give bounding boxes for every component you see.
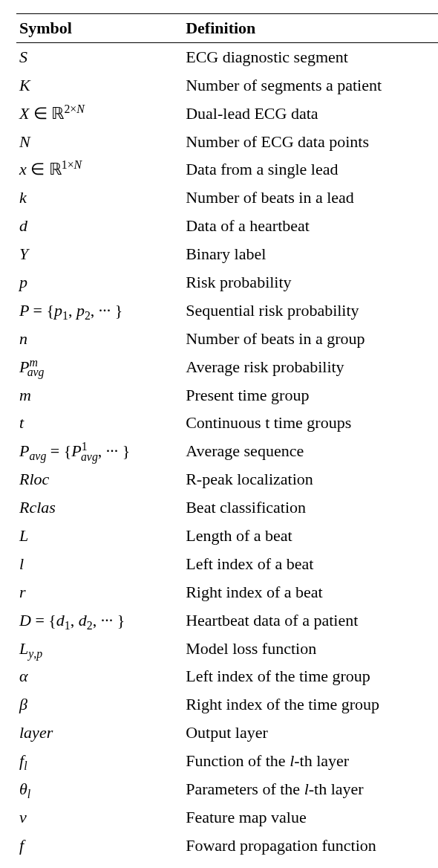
definition-cell: Risk probability (183, 268, 438, 297)
symbol-cell: k (16, 184, 183, 212)
table-row: kNumber of beats in a lead (16, 184, 438, 212)
definition-cell: Function of the l-th layer (183, 747, 438, 775)
header-symbol: Symbol (16, 14, 183, 43)
header-row: Symbol Definition (16, 14, 438, 43)
definition-cell: Foward propagation function (183, 832, 438, 860)
table-row: θlParameters of the l-th layer (16, 775, 438, 803)
symbol-cell: L (16, 522, 183, 550)
table-row: X ∈ ℝ2×NDual-lead ECG data (16, 100, 438, 128)
symbol-cell: Pmavg (16, 353, 183, 381)
definition-cell: Data from a single lead (183, 155, 438, 184)
table-row: Ly,pModel loss function (16, 635, 438, 663)
definition-cell: Parameters of the l-th layer (183, 775, 438, 803)
definition-cell: Left index of the time group (183, 662, 438, 690)
symbol-cell: K (16, 71, 183, 100)
table-row: SECG diagnostic segment (16, 42, 438, 71)
table-row: fFoward propagation function (16, 832, 438, 860)
table-row: NNumber of ECG data points (16, 128, 438, 156)
symbol-cell: x ∈ ℝ1×N (16, 155, 183, 184)
symbol-cell: Y (16, 240, 183, 268)
table-row: Pavg = {P1avg, ··· }Average sequence (16, 437, 438, 465)
definition-cell: Left index of a beat (183, 550, 438, 578)
table-row: nNumber of beats in a group (16, 325, 438, 353)
table-row: D = {d1, d2, ··· }Heartbeat data of a pa… (16, 606, 438, 635)
definition-cell: Heartbeat data of a patient (183, 606, 438, 635)
symbol-cell: Pavg = {P1avg, ··· } (16, 437, 183, 465)
symbol-cell: P = {p1, p2, ··· } (16, 297, 183, 325)
symbol-cell: Rloc (16, 465, 183, 493)
definition-cell: Continuous t time groups (183, 409, 438, 437)
symbol-cell: m (16, 381, 183, 409)
definition-cell: Number of beats in a group (183, 325, 438, 353)
table-row: wOutput layer weights (16, 860, 438, 868)
definition-cell: Average risk probability (183, 353, 438, 381)
header-definition: Definition (183, 14, 438, 43)
table-row: RclasBeat classification (16, 493, 438, 522)
definition-cell: Data of a heartbeat (183, 212, 438, 240)
definition-cell: Sequential risk probability (183, 297, 438, 325)
definition-cell: Output layer weights (183, 860, 438, 868)
table-row: LLength of a beat (16, 522, 438, 550)
definition-cell: Present time group (183, 381, 438, 409)
table-row: YBinary label (16, 240, 438, 268)
symbol-cell: p (16, 268, 183, 297)
definition-cell: Length of a beat (183, 522, 438, 550)
table-row: pRisk probability (16, 268, 438, 297)
table-row: PmavgAverage risk probability (16, 353, 438, 381)
symbol-cell: θl (16, 775, 183, 803)
symbol-cell: layer (16, 719, 183, 747)
symbol-cell: d (16, 212, 183, 240)
definition-cell: R-peak localization (183, 465, 438, 493)
symbol-cell: D = {d1, d2, ··· } (16, 606, 183, 635)
definition-cell: Average sequence (183, 437, 438, 465)
symbol-cell: fl (16, 747, 183, 775)
definition-cell: Right index of a beat (183, 578, 438, 606)
symbol-cell: v (16, 803, 183, 832)
table-row: P = {p1, p2, ··· }Sequential risk probab… (16, 297, 438, 325)
symbol-cell: f (16, 832, 183, 860)
notation-table: Symbol Definition SECG diagnostic segmen… (16, 13, 438, 868)
definition-cell: Binary label (183, 240, 438, 268)
symbol-cell: l (16, 550, 183, 578)
symbol-cell: Ly,p (16, 635, 183, 663)
definition-cell: Model loss function (183, 635, 438, 663)
table-row: RlocR-peak localization (16, 465, 438, 493)
definition-cell: Beat classification (183, 493, 438, 522)
table-row: KNumber of segments a patient (16, 71, 438, 100)
definition-cell: Right index of the time group (183, 690, 438, 719)
table-row: flFunction of the l-th layer (16, 747, 438, 775)
symbol-cell: S (16, 42, 183, 71)
symbol-cell: n (16, 325, 183, 353)
definition-cell: Number of ECG data points (183, 128, 438, 156)
definition-cell: Output layer (183, 719, 438, 747)
table-row: tContinuous t time groups (16, 409, 438, 437)
table-row: layerOutput layer (16, 719, 438, 747)
symbol-cell: β (16, 690, 183, 719)
table-row: αLeft index of the time group (16, 662, 438, 690)
symbol-cell: w (16, 860, 183, 868)
symbol-cell: t (16, 409, 183, 437)
table-row: lLeft index of a beat (16, 550, 438, 578)
table-row: x ∈ ℝ1×NData from a single lead (16, 155, 438, 184)
table-row: rRight index of a beat (16, 578, 438, 606)
table-row: βRight index of the time group (16, 690, 438, 719)
symbol-cell: Rclas (16, 493, 183, 522)
table-row: mPresent time group (16, 381, 438, 409)
symbol-cell: X ∈ ℝ2×N (16, 100, 183, 128)
table-row: dData of a heartbeat (16, 212, 438, 240)
definition-cell: Dual-lead ECG data (183, 100, 438, 128)
symbol-cell: r (16, 578, 183, 606)
symbol-cell: N (16, 128, 183, 156)
table-row: vFeature map value (16, 803, 438, 832)
definition-cell: ECG diagnostic segment (183, 42, 438, 71)
definition-cell: Number of beats in a lead (183, 184, 438, 212)
symbol-cell: α (16, 662, 183, 690)
definition-cell: Number of segments a patient (183, 71, 438, 100)
definition-cell: Feature map value (183, 803, 438, 832)
